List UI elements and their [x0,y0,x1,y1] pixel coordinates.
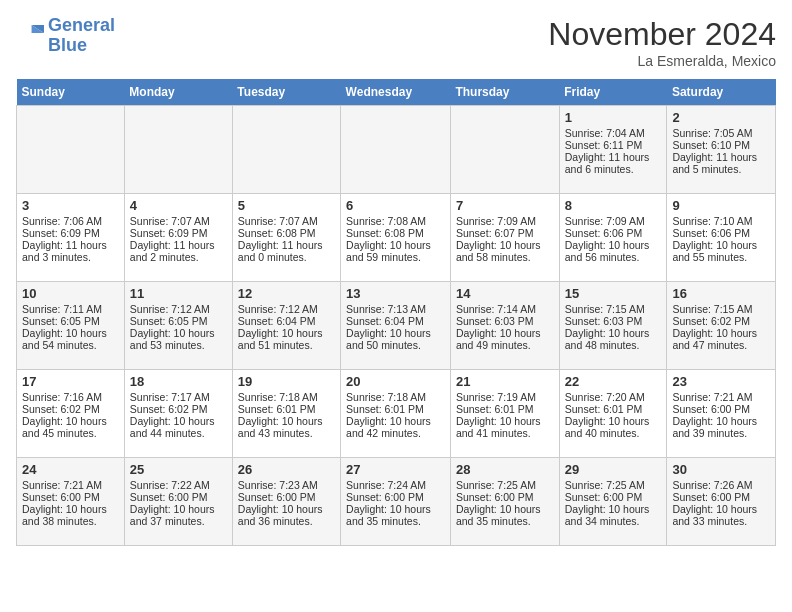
day-number: 4 [130,198,227,213]
day-number: 5 [238,198,335,213]
day-info: Daylight: 10 hours and 40 minutes. [565,415,662,439]
calendar-cell: 16Sunrise: 7:15 AMSunset: 6:02 PMDayligh… [667,282,776,370]
week-row-1: 1Sunrise: 7:04 AMSunset: 6:11 PMDaylight… [17,106,776,194]
day-number: 29 [565,462,662,477]
calendar-cell: 30Sunrise: 7:26 AMSunset: 6:00 PMDayligh… [667,458,776,546]
day-info: Sunrise: 7:14 AM [456,303,554,315]
calendar-cell: 3Sunrise: 7:06 AMSunset: 6:09 PMDaylight… [17,194,125,282]
day-number: 25 [130,462,227,477]
day-number: 17 [22,374,119,389]
day-info: Sunrise: 7:18 AM [346,391,445,403]
calendar-cell: 10Sunrise: 7:11 AMSunset: 6:05 PMDayligh… [17,282,125,370]
day-info: Sunset: 6:05 PM [22,315,119,327]
day-info: Daylight: 10 hours and 41 minutes. [456,415,554,439]
day-header-sunday: Sunday [17,79,125,106]
calendar-cell: 11Sunrise: 7:12 AMSunset: 6:05 PMDayligh… [124,282,232,370]
day-number: 6 [346,198,445,213]
day-info: Daylight: 10 hours and 50 minutes. [346,327,445,351]
day-info: Sunrise: 7:11 AM [22,303,119,315]
day-info: Sunset: 6:01 PM [456,403,554,415]
day-info: Sunrise: 7:15 AM [565,303,662,315]
day-info: Daylight: 10 hours and 49 minutes. [456,327,554,351]
day-header-friday: Friday [559,79,667,106]
day-number: 14 [456,286,554,301]
calendar-cell [341,106,451,194]
day-info: Sunset: 6:00 PM [22,491,119,503]
day-info: Sunrise: 7:25 AM [565,479,662,491]
day-info: Sunrise: 7:04 AM [565,127,662,139]
day-number: 23 [672,374,770,389]
day-info: Daylight: 11 hours and 3 minutes. [22,239,119,263]
calendar-cell [450,106,559,194]
calendar-table: SundayMondayTuesdayWednesdayThursdayFrid… [16,79,776,546]
day-info: Daylight: 11 hours and 0 minutes. [238,239,335,263]
calendar-cell: 2Sunrise: 7:05 AMSunset: 6:10 PMDaylight… [667,106,776,194]
page-header: General Blue November 2024 La Esmeralda,… [16,16,776,69]
day-info: Sunrise: 7:06 AM [22,215,119,227]
day-info: Sunset: 6:01 PM [565,403,662,415]
day-info: Sunset: 6:11 PM [565,139,662,151]
week-row-2: 3Sunrise: 7:06 AMSunset: 6:09 PMDaylight… [17,194,776,282]
day-info: Daylight: 10 hours and 44 minutes. [130,415,227,439]
day-info: Daylight: 10 hours and 43 minutes. [238,415,335,439]
day-info: Daylight: 11 hours and 5 minutes. [672,151,770,175]
title-block: November 2024 La Esmeralda, Mexico [548,16,776,69]
day-info: Daylight: 10 hours and 36 minutes. [238,503,335,527]
day-info: Sunrise: 7:19 AM [456,391,554,403]
week-row-3: 10Sunrise: 7:11 AMSunset: 6:05 PMDayligh… [17,282,776,370]
day-number: 8 [565,198,662,213]
day-info: Sunset: 6:02 PM [22,403,119,415]
day-number: 10 [22,286,119,301]
calendar-cell: 18Sunrise: 7:17 AMSunset: 6:02 PMDayligh… [124,370,232,458]
day-info: Sunrise: 7:12 AM [238,303,335,315]
day-info: Sunset: 6:00 PM [130,491,227,503]
day-number: 12 [238,286,335,301]
day-number: 15 [565,286,662,301]
day-info: Sunrise: 7:17 AM [130,391,227,403]
day-info: Sunrise: 7:09 AM [565,215,662,227]
calendar-cell: 27Sunrise: 7:24 AMSunset: 6:00 PMDayligh… [341,458,451,546]
day-info: Daylight: 10 hours and 56 minutes. [565,239,662,263]
day-info: Sunset: 6:04 PM [346,315,445,327]
day-number: 18 [130,374,227,389]
calendar-cell: 21Sunrise: 7:19 AMSunset: 6:01 PMDayligh… [450,370,559,458]
day-info: Sunset: 6:09 PM [22,227,119,239]
day-number: 28 [456,462,554,477]
day-info: Daylight: 10 hours and 34 minutes. [565,503,662,527]
day-info: Sunrise: 7:26 AM [672,479,770,491]
day-number: 13 [346,286,445,301]
day-info: Sunset: 6:05 PM [130,315,227,327]
day-info: Sunrise: 7:20 AM [565,391,662,403]
logo-icon [16,22,44,50]
day-number: 30 [672,462,770,477]
logo-line1: General [48,15,115,35]
day-number: 2 [672,110,770,125]
day-number: 9 [672,198,770,213]
calendar-cell: 19Sunrise: 7:18 AMSunset: 6:01 PMDayligh… [232,370,340,458]
day-info: Sunset: 6:03 PM [456,315,554,327]
day-info: Sunset: 6:06 PM [565,227,662,239]
day-info: Daylight: 10 hours and 59 minutes. [346,239,445,263]
day-info: Daylight: 10 hours and 42 minutes. [346,415,445,439]
calendar-cell: 8Sunrise: 7:09 AMSunset: 6:06 PMDaylight… [559,194,667,282]
day-info: Daylight: 10 hours and 38 minutes. [22,503,119,527]
calendar-cell: 14Sunrise: 7:14 AMSunset: 6:03 PMDayligh… [450,282,559,370]
calendar-cell: 26Sunrise: 7:23 AMSunset: 6:00 PMDayligh… [232,458,340,546]
day-info: Sunrise: 7:22 AM [130,479,227,491]
week-row-4: 17Sunrise: 7:16 AMSunset: 6:02 PMDayligh… [17,370,776,458]
day-number: 16 [672,286,770,301]
day-info: Daylight: 10 hours and 35 minutes. [346,503,445,527]
calendar-cell: 24Sunrise: 7:21 AMSunset: 6:00 PMDayligh… [17,458,125,546]
calendar-cell: 25Sunrise: 7:22 AMSunset: 6:00 PMDayligh… [124,458,232,546]
calendar-cell: 1Sunrise: 7:04 AMSunset: 6:11 PMDaylight… [559,106,667,194]
calendar-cell: 6Sunrise: 7:08 AMSunset: 6:08 PMDaylight… [341,194,451,282]
day-info: Sunrise: 7:23 AM [238,479,335,491]
day-info: Sunrise: 7:13 AM [346,303,445,315]
calendar-cell: 15Sunrise: 7:15 AMSunset: 6:03 PMDayligh… [559,282,667,370]
day-info: Daylight: 10 hours and 45 minutes. [22,415,119,439]
day-number: 7 [456,198,554,213]
calendar-cell: 17Sunrise: 7:16 AMSunset: 6:02 PMDayligh… [17,370,125,458]
day-info: Sunrise: 7:18 AM [238,391,335,403]
day-number: 21 [456,374,554,389]
day-info: Sunrise: 7:05 AM [672,127,770,139]
